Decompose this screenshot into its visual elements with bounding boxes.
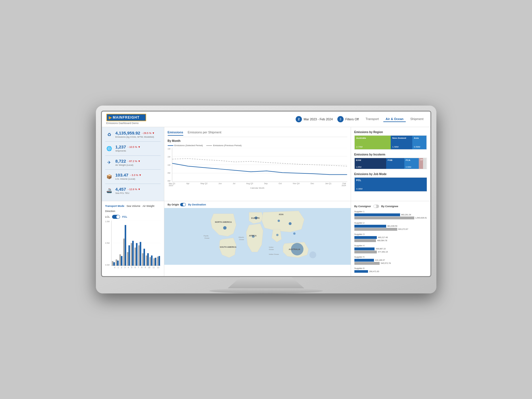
chart-axis-label: Calendar Month: [168, 187, 347, 189]
supplier-item-3: Supplier 3 480,217.46 469,564.78: [354, 233, 427, 242]
svg-text:Ocean: Ocean: [204, 237, 209, 239]
tab-emissions-per-shipment[interactable]: Emissions per Shipment: [188, 131, 222, 136]
kpi-item-emissions: ♻ 4,135,959.92 - 29.5 % ▼ Emissions (kg …: [105, 131, 161, 142]
supplier-4-bar1: [354, 247, 375, 250]
sea-icon: 🚢: [105, 187, 113, 195]
region-australia-value: 2.74M: [356, 146, 363, 148]
incoterm-exw-name: EXW: [356, 159, 385, 161]
svg-rect-25: [147, 253, 149, 266]
by-month-title: By Month: [168, 139, 347, 142]
supplier-4-name: Supplier 4: [354, 244, 427, 247]
chart-x-labels: Mar Q1AprMay Q2JunJulAug Q3SepOctNov Q4D…: [168, 182, 347, 184]
kpi-item-lcl: 📦 103.47 - 3.3 % ▼ LCL Volume (Local): [105, 173, 161, 184]
svg-text:NORTH AMERICA: NORTH AMERICA: [215, 221, 232, 223]
incoterm-fca-name: FCA: [406, 159, 417, 161]
supplier-item-2: Supplier 2 681,639.59 903,272.67: [354, 222, 427, 231]
sea-value: 4,457: [115, 187, 126, 192]
supplier-item-1: Supplier 1 963,291.34 1,540,626.61: [354, 210, 427, 219]
main-grid: ♻ 4,135,959.92 - 29.5 % ▼ Emissions (kg …: [102, 127, 430, 276]
svg-rect-11: [121, 256, 122, 266]
svg-rect-7: [113, 262, 115, 266]
emissions-panel: Emissions Emissions per Shipment By Mont…: [164, 127, 351, 201]
incoterm-fob-name: FOB: [388, 159, 403, 161]
svg-text:Pacific: Pacific: [203, 235, 209, 237]
kpi-row-1: 4,135,959.92 - 29.5 % ▼: [115, 131, 161, 136]
lcl-fcl-toggle: LCL FCL: [105, 215, 161, 219]
supplier-item-5: Supplier 5 416,189.37 545,572.78: [354, 256, 427, 265]
kpi-content-lcl: 103.47 - 3.3 % ▼ LCL Volume (Local): [115, 173, 161, 180]
supplier-3-bar1: [354, 236, 377, 239]
svg-rect-23: [144, 249, 145, 266]
supplier-4-bar2: [354, 251, 377, 253]
emissions-icon: ♻: [105, 131, 113, 138]
svg-rect-10: [119, 254, 121, 266]
region-title: Emissions by Region: [354, 131, 427, 134]
svg-text:EUROPE: EUROPE: [251, 217, 260, 219]
bottom-left-controls: Transport Mode Sea Volume Air Weight Dir…: [105, 205, 161, 213]
svg-rect-28: [153, 258, 155, 266]
logo-box: ▶ MAINFREIGHT: [106, 114, 146, 121]
emissions-change: - 29.5 % ▼: [142, 132, 155, 135]
jobmode-bar-container: FCL 4.08M: [354, 177, 427, 192]
consignee-label[interactable]: By Consignee: [381, 205, 398, 208]
by-origin-tab[interactable]: By Origin: [168, 203, 186, 206]
svg-text:Atlantic: Atlantic: [238, 236, 244, 238]
filters-label: Filters Off: [345, 117, 359, 121]
consignor-toggle[interactable]: [373, 205, 379, 208]
filter-control[interactable]: 3 Filters Off: [337, 116, 359, 122]
region-asia: Asia 0.58M: [412, 136, 427, 149]
supplier-6-name: Supplier 6: [354, 267, 427, 270]
legend-selected: Emissions (Selected Period): [168, 144, 203, 147]
svg-rect-19: [136, 243, 137, 266]
lcl-change: - 3.3 % ▼: [130, 174, 141, 177]
bottom-center: By Origin By Destination: [164, 201, 351, 276]
airweight-label: Air Weight (Local): [115, 164, 161, 167]
airweight-value: 8,722: [115, 159, 126, 164]
airweight-icon: ✈: [105, 159, 113, 167]
step3-circle: 3: [337, 116, 344, 122]
svg-rect-15: [129, 245, 130, 266]
supplier-item-6: Supplier 6 290,471.63 256,024.13: [354, 267, 427, 273]
by-dest-tab[interactable]: By Destination: [188, 203, 206, 206]
kpi-item-sea: 🚢 4,457 - 12.6 % ▼ Sea FCL TEU: [105, 187, 161, 198]
jobmode-title: Emissions by Job Mode: [354, 173, 427, 176]
kpi-content-emissions: 4,135,959.92 - 29.5 % ▼ Emissions (kg CO…: [115, 131, 161, 138]
direction-label: Direction: [105, 210, 115, 213]
svg-text:AFRICA: AFRICA: [249, 235, 256, 237]
supplier-6-bar1: [354, 270, 368, 273]
tab-shipment[interactable]: Shipment: [408, 116, 426, 122]
supplier-5-bar2: [354, 262, 380, 265]
logo-arrow: ▶: [109, 115, 112, 120]
logo-text: MAINFREIGHT: [113, 116, 140, 119]
origin-toggle[interactable]: [180, 203, 186, 206]
date-range-control[interactable]: 2 Mar 2023 - Feb 2024: [296, 116, 333, 122]
jobmode-fcl-name: FCL: [356, 179, 425, 182]
legend-line-selected: [168, 145, 173, 146]
svg-rect-9: [117, 261, 119, 266]
svg-point-38: [309, 251, 316, 258]
sea-volume-label: Sea Volume: [127, 205, 140, 207]
consignor-label[interactable]: By Consignor: [354, 205, 371, 208]
lcl-toggle[interactable]: [112, 215, 120, 219]
tab-air-ocean[interactable]: Air & Ocean: [383, 116, 406, 122]
svg-text:AUSTRALIA: AUSTRALIA: [289, 248, 300, 250]
supplier-list: Supplier 1 963,291.34 1,540,626.61: [354, 210, 427, 273]
supplier-1-val1: 963,291.34: [401, 214, 411, 216]
supplier-2-name: Supplier 2: [354, 222, 427, 224]
stand-base: [224, 277, 309, 288]
consignor-controls: By Consignor By Consignee: [354, 205, 427, 208]
supplier-1-bar2: [354, 217, 414, 219]
svg-rect-17: [132, 241, 134, 266]
svg-rect-31: [159, 256, 160, 266]
transport-mode-label: Transport Mode: [105, 205, 125, 207]
chart-x-year: 2023 2024: [168, 184, 347, 186]
region-nz: New Zealand 1.58M: [391, 136, 412, 149]
svg-text:ASIA: ASIA: [279, 213, 283, 215]
svg-rect-21: [140, 242, 141, 265]
supplier-2-bar1: [354, 225, 386, 228]
tab-transport[interactable]: Transport: [363, 116, 381, 122]
tab-emissions[interactable]: Emissions: [168, 131, 183, 136]
svg-rect-29: [155, 258, 156, 266]
supplier-3-name: Supplier 3: [354, 233, 427, 236]
incoterm-cif: CIF: [419, 158, 423, 169]
